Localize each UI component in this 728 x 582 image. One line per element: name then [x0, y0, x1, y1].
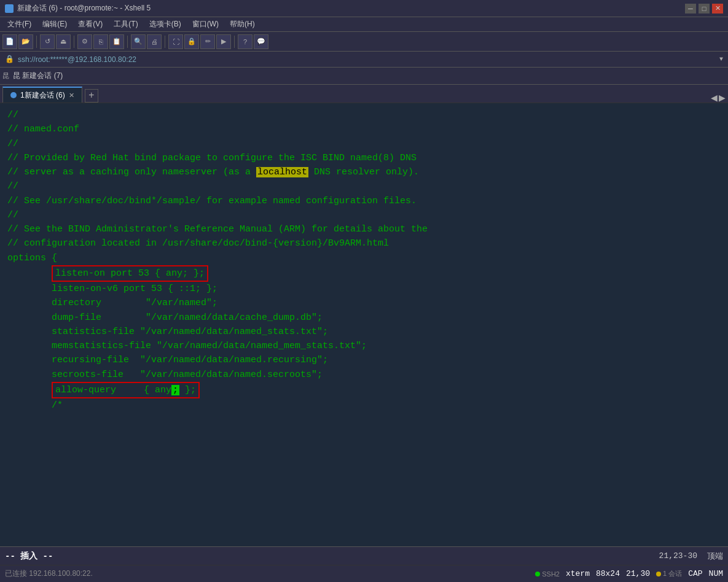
toolbar-reconnect[interactable]: ↺	[40, 34, 55, 49]
terminal-line: // See /usr/share/doc/bind*/sample/ for …	[7, 194, 721, 208]
ssh2-status: SSH2	[535, 570, 560, 578]
tab-1[interactable]: 1新建会话 (6) ✕	[2, 87, 82, 103]
bottom-bar: 已连接 192.168.100.80:22. SSH2 xterm 88x24 …	[0, 565, 728, 582]
terminal-line: // configuration located in /usr/share/d…	[7, 236, 721, 250]
session-dot	[656, 572, 661, 576]
toolbar-find[interactable]: 🔍	[131, 34, 146, 49]
address-dropdown[interactable]: ▼	[719, 56, 723, 63]
session-label[interactable]: 昆 新建会话 (7)	[13, 71, 63, 81]
bottom-status-items: SSH2 xterm 88x24 21,30 1 会话 CAP NUM	[535, 569, 723, 578]
toolbar-disconnect[interactable]: ⏏	[56, 34, 71, 49]
address-bar: 🔒 ssh://root:******@192.168.100.80:22 ▼	[0, 52, 728, 68]
toolbar-script[interactable]: ▶	[216, 34, 231, 49]
tab-1-close[interactable]: ✕	[69, 91, 74, 99]
menu-help[interactable]: 帮助(H)	[225, 18, 260, 31]
menu-tabs[interactable]: 选项卡(B)	[144, 18, 186, 31]
semicolon-highlight: ;	[171, 385, 179, 395]
localhost-highlight: localhost	[256, 167, 308, 177]
terminal-content[interactable]: //// named.conf//// Provided by Red Hat …	[0, 103, 728, 546]
session-icon: 昆	[2, 71, 9, 80]
toolbar-paste[interactable]: 📋	[109, 34, 124, 49]
terminal-line: secroots-file "/var/named/data/named.sec…	[7, 368, 721, 382]
toolbar-copy[interactable]: ⎘	[93, 34, 108, 49]
terminal-line: // named.conf	[7, 122, 721, 136]
minimize-button[interactable]: ─	[685, 4, 696, 14]
toolbar-lock[interactable]: 🔒	[184, 34, 199, 49]
menu-bar: 文件(F) 编辑(E) 查看(V) 工具(T) 选项卡(B) 窗口(W) 帮助(…	[0, 17, 728, 32]
session-count-label: 1 会话	[663, 569, 682, 578]
toolbar-help[interactable]: ?	[238, 34, 252, 49]
status-right: 21,23-30 顶端	[659, 551, 723, 562]
tab-next[interactable]: ▶	[719, 93, 726, 103]
terminal-line: //	[7, 137, 721, 151]
terminal-line: //	[7, 208, 721, 222]
terminal-line: options {	[7, 251, 721, 265]
session-count: 1 会话	[656, 569, 682, 578]
terminal-line: // Provided by Red Hat bind package to c…	[7, 151, 721, 165]
close-button[interactable]: ✕	[712, 4, 723, 14]
cursor-pos-label: 21,30	[626, 569, 650, 578]
terminal-line: dump-file "/var/named/data/cache_dump.db…	[7, 311, 721, 325]
terminal-line: //	[7, 108, 721, 122]
terminal-line: statistics-file "/var/named/data/named_s…	[7, 325, 721, 339]
lock-icon: 🔒	[5, 55, 14, 64]
toolbar-sep1	[36, 36, 37, 48]
terminal-line: listen-on-v6 port 53 { ::1; };	[7, 282, 721, 296]
terminal-line: memstatistics-file "/var/named/data/name…	[7, 339, 721, 353]
toolbar-print[interactable]: 🖨	[147, 34, 162, 49]
menu-edit[interactable]: 编辑(E)	[37, 18, 72, 31]
status-left: -- 插入 --	[5, 551, 53, 562]
insert-mode-label: -- 插入 --	[5, 551, 53, 562]
toolbar-sep5	[234, 36, 235, 48]
terminal-line: // See the BIND Administrator's Referenc…	[7, 222, 721, 236]
tab-row: 1新建会话 (6) ✕ + ◀ ▶	[0, 85, 728, 103]
status-bar: -- 插入 -- 21,23-30 顶端	[0, 546, 728, 565]
menu-file[interactable]: 文件(F)	[2, 18, 36, 31]
terminal-line: listen-on port 53 { any; };	[7, 265, 721, 282]
terminal-line: //	[7, 179, 721, 193]
ssh2-dot	[535, 572, 540, 576]
toolbar-open[interactable]: 📂	[18, 34, 33, 49]
maximize-button[interactable]: □	[699, 4, 710, 14]
terminal-line: /*	[7, 398, 721, 413]
allow-query-box: allow-query { any; };	[52, 382, 200, 398]
app-icon	[5, 4, 14, 13]
connection-status: 已连接 192.168.100.80:22.	[5, 568, 93, 579]
tab-indicator	[10, 92, 17, 98]
cursor-position: 21,23-30	[659, 551, 697, 561]
window-title: 新建会话 (6) - root@promote:~ - Xshell 5	[17, 3, 151, 14]
num-label: NUM	[709, 569, 723, 578]
size-label: 88x24	[596, 569, 620, 578]
toolbar-sep2	[74, 36, 74, 48]
menu-tools[interactable]: 工具(T)	[109, 18, 143, 31]
window-controls: ─ □ ✕	[685, 4, 723, 14]
toolbar-chat[interactable]: 💬	[254, 34, 268, 49]
tab-prev[interactable]: ◀	[711, 93, 718, 103]
terminal-line: directory "/var/named";	[7, 296, 721, 310]
toolbar-sep3	[127, 36, 128, 48]
toolbar: 📄 📂 ↺ ⏏ ⚙ ⎘ 📋 🔍 🖨 ⛶ 🔒 ✏ ▶ ? 💬	[0, 32, 728, 52]
toolbar-fullscreen[interactable]: ⛶	[168, 34, 183, 49]
terminal-line: recursing-file "/var/named/data/named.re…	[7, 353, 721, 367]
scroll-position: 顶端	[707, 551, 723, 562]
title-bar: 新建会话 (6) - root@promote:~ - Xshell 5 ─ □…	[0, 0, 728, 17]
tab-navigation: ◀ ▶	[711, 93, 726, 103]
toolbar-compose[interactable]: ✏	[200, 34, 215, 49]
term-label: xterm	[566, 569, 590, 578]
menu-window[interactable]: 窗口(W)	[187, 18, 224, 31]
ssh-address: ssh://root:******@192.168.100.80:22	[18, 55, 136, 64]
session-tabs-bar: 昆 昆 新建会话 (7)	[0, 68, 728, 85]
ssh2-label: SSH2	[542, 570, 560, 578]
caps-label: CAP	[688, 569, 702, 578]
add-tab-button[interactable]: +	[85, 89, 98, 103]
toolbar-settings[interactable]: ⚙	[77, 34, 92, 49]
listen-on-box: listen-on port 53 { any; };	[52, 265, 208, 282]
toolbar-new[interactable]: 📄	[2, 34, 17, 49]
title-bar-left: 新建会话 (6) - root@promote:~ - Xshell 5	[5, 3, 151, 14]
terminal-line: allow-query { any; };	[7, 382, 721, 398]
tab-1-label: 1新建会话 (6)	[20, 90, 65, 101]
terminal-line: // server as a caching only nameserver (…	[7, 165, 721, 179]
menu-view[interactable]: 查看(V)	[73, 18, 108, 31]
toolbar-sep4	[165, 36, 165, 48]
